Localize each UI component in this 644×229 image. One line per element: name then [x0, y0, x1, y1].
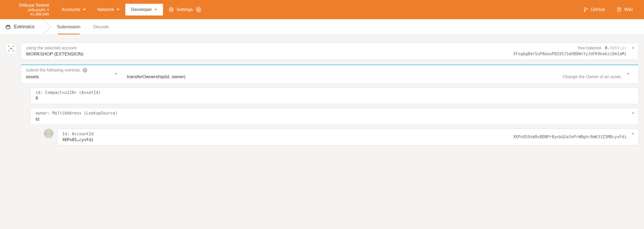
param-accountid-full: XKPn859sW8vBDNPrBynbGGaYePrWNghr8mK33Z5M…	[513, 135, 627, 139]
extrinsic-label: submit the following extrinsic ?	[26, 68, 634, 73]
chevron-down-icon	[632, 135, 634, 139]
chevron-down-icon	[117, 9, 119, 10]
nav-developer[interactable]: Developer	[125, 4, 163, 15]
settings-badge: 1	[196, 7, 201, 13]
svg-point-0	[171, 9, 172, 10]
chevron-down-icon	[47, 9, 49, 11]
param-id-row: id: Compact<u128> (AssetId)	[21, 87, 639, 104]
tab-decode[interactable]: Decode	[87, 19, 115, 34]
param-id-input[interactable]: id: Compact<u128> (AssetId)	[30, 87, 639, 104]
nav-accounts[interactable]: Accounts	[56, 4, 92, 15]
param-owner-value: Id	[36, 117, 634, 122]
nav-github[interactable]: GitHub	[577, 4, 611, 15]
svg-rect-5	[6, 26, 10, 29]
balance-value: 0.6069SBY	[605, 46, 627, 50]
call-description: Change the Owner of an asset.	[563, 74, 622, 79]
network-selector[interactable]: Shibuya Testnet shibuya/61 #1,966,645	[19, 3, 56, 17]
param-owner-row: owner: MultiAddress (LookupSource) Id	[21, 108, 639, 125]
param-accountid-selector[interactable]: Id: AccountId XKPn85…cyvFdi XKPn859sW8vB…	[57, 129, 639, 145]
chevron-down-icon	[632, 49, 634, 54]
chevron-down-icon	[632, 114, 634, 119]
page-title: Extrinsics	[5, 19, 51, 34]
param-id-value[interactable]	[36, 95, 634, 101]
svg-point-3	[587, 8, 587, 9]
svg-point-1	[584, 7, 585, 8]
tab-submission[interactable]: Submission	[51, 19, 87, 34]
chevron-down-icon	[627, 74, 629, 79]
nav-wiki[interactable]: Wiki	[611, 4, 639, 15]
extrinsics-icon	[5, 24, 11, 30]
nav-network[interactable]: Network	[92, 4, 125, 15]
subnav: Extrinsics Submission Decode	[0, 19, 644, 35]
nav-settings[interactable]: Settings 1	[163, 4, 207, 15]
param-accountid-row: Id: AccountId XKPn85…cyvFdi XKPn859sW8vB…	[30, 129, 639, 145]
account-row: using the selected account WORKSHOP (EXT…	[5, 43, 639, 60]
chevron-down-icon	[83, 9, 86, 10]
call-dropdown[interactable]: transferOwnership(id, owner) Change the …	[122, 74, 634, 80]
help-icon[interactable]: ?	[83, 68, 87, 73]
param-owner-label: owner: MultiAddress (LookupSource)	[36, 111, 634, 116]
extrinsic-selector: submit the following extrinsic ? assets …	[21, 65, 639, 84]
gear-icon	[169, 7, 174, 12]
chevron-down-icon	[154, 9, 157, 10]
top-navbar: Shibuya Testnet shibuya/61 #1,966,645 Ac…	[0, 0, 644, 19]
param-id-label: id: Compact<u128> (AssetId)	[36, 90, 634, 95]
extrinsic-row: submit the following extrinsic ? assets …	[5, 65, 639, 84]
git-branch-icon	[583, 7, 588, 12]
module-dropdown[interactable]: assets	[26, 74, 122, 80]
content-area: using the selected account WORKSHOP (EXT…	[0, 35, 644, 151]
account-identicon	[5, 43, 17, 54]
svg-point-2	[584, 11, 585, 11]
account-selector[interactable]: using the selected account WORKSHOP (EXT…	[21, 43, 639, 60]
network-sub: shibuya/61	[28, 8, 49, 12]
book-icon	[617, 7, 622, 12]
param-owner-dropdown[interactable]: owner: MultiAddress (LookupSource) Id	[30, 108, 639, 125]
account-address: XFogbgBdrSuPAGeuP8Zd5J1mXBDWsYyJdFK9kebz…	[513, 52, 627, 56]
network-name: Shibuya Testnet	[19, 3, 49, 8]
chevron-down-icon	[115, 74, 117, 79]
network-block: #1,966,645	[30, 12, 49, 16]
balance-label: free balance 0.6069SBY	[578, 46, 627, 50]
owner-identicon	[44, 129, 53, 138]
